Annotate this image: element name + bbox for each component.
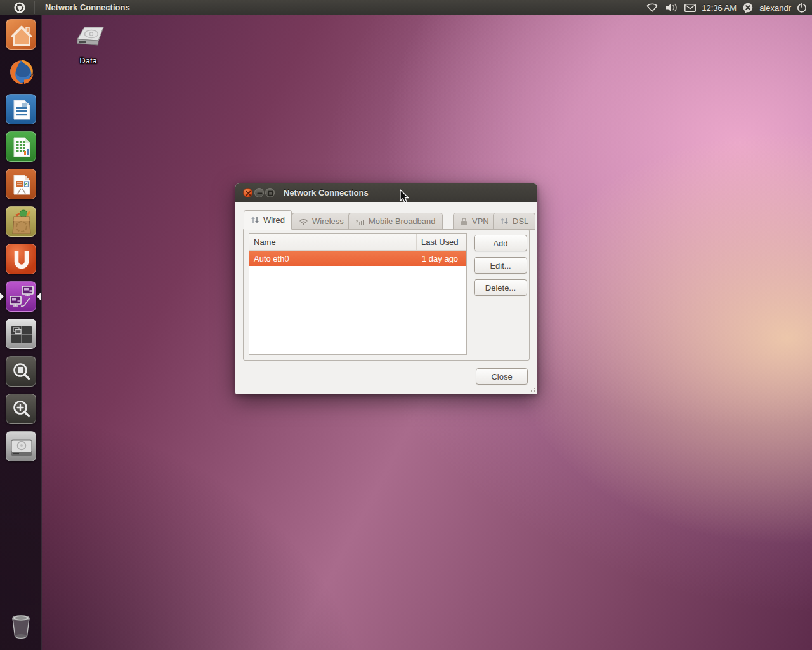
launcher-item-libreoffice-writer[interactable] (6, 94, 36, 124)
edit-button[interactable]: Edit... (474, 257, 527, 274)
power-icon[interactable] (797, 3, 807, 13)
launcher-item-ubuntu-one[interactable] (6, 244, 36, 274)
close-button[interactable]: Close (476, 368, 528, 385)
unity-launcher (0, 15, 42, 650)
writer-document-icon (6, 95, 37, 125)
tab-mobile-broadband-label: Mobile Broadband (369, 216, 436, 226)
column-header-last-used[interactable]: Last Used (417, 234, 466, 250)
impress-presentation-icon (6, 169, 37, 200)
maximize-window-button[interactable] (265, 188, 275, 197)
launcher-item-workspace-switcher[interactable] (6, 319, 36, 349)
launcher-item-software-center[interactable] (6, 206, 36, 237)
panel-separator (34, 1, 35, 14)
launcher-item-libreoffice-impress[interactable] (6, 169, 36, 199)
wired-tab-panel: Name Last Used Auto eth0 1 day ago Add E… (243, 229, 530, 361)
wifi-icon (299, 218, 308, 225)
hard-disk-icon (71, 23, 109, 52)
search-document-icon (6, 357, 37, 387)
tab-dsl-label: DSL (513, 216, 528, 226)
lock-icon (460, 217, 468, 226)
tab-vpn[interactable]: VPN (453, 213, 496, 230)
tab-mobile-broadband[interactable]: Mobile Broadband (348, 213, 443, 230)
focused-indicator-arrow (37, 293, 41, 300)
trash-icon (6, 611, 36, 641)
minimize-window-button[interactable] (254, 188, 264, 197)
calc-spreadsheet-icon (6, 132, 37, 162)
panel-username[interactable]: alexandr (759, 3, 791, 13)
shopping-bag-icon (6, 207, 37, 237)
firefox-icon (6, 56, 36, 87)
desktop-icon-data-volume[interactable]: Data (66, 23, 110, 65)
launcher-item-disk-utility[interactable] (6, 431, 36, 461)
signal-bars-icon (355, 218, 365, 225)
close-window-button[interactable] (243, 188, 252, 197)
ubuntu-logo-icon[interactable] (14, 2, 25, 13)
tab-wireless[interactable]: Wireless (292, 213, 351, 230)
two-displays-icon (6, 282, 37, 312)
column-header-name[interactable]: Name (249, 234, 417, 250)
mail-icon[interactable] (684, 4, 696, 12)
home-icon (6, 20, 37, 50)
launcher-item-search-files[interactable] (6, 356, 36, 387)
launcher-item-libreoffice-calc[interactable] (6, 131, 36, 162)
launcher-item-firefox[interactable] (6, 56, 36, 87)
tab-wired-label: Wired (263, 215, 285, 225)
indicator-area: 12:36 AM alexandr (645, 0, 807, 15)
tab-vpn-label: VPN (472, 216, 489, 226)
mouse-cursor (400, 189, 411, 204)
add-button[interactable]: Add (474, 235, 527, 251)
connection-name-cell: Auto eth0 (249, 251, 417, 266)
network-indicator-icon[interactable] (645, 3, 659, 13)
volume-icon[interactable] (665, 3, 679, 13)
hard-drive-icon (6, 432, 37, 462)
connection-last-used-cell: 1 day ago (417, 251, 466, 266)
workspace-grid-icon (6, 319, 37, 350)
tab-dsl[interactable]: DSL (493, 213, 535, 230)
ubuntu-one-u-icon (6, 244, 37, 275)
resize-grip[interactable] (529, 386, 535, 392)
desktop-icon-label: Data (66, 56, 110, 65)
table-header-row: Name Last Used (249, 234, 466, 251)
panel-app-title: Network Connections (45, 3, 130, 12)
panel-clock[interactable]: 12:36 AM (702, 3, 737, 13)
top-panel: Network Connections 12:36 AM (0, 0, 812, 15)
tab-wireless-label: Wireless (312, 216, 344, 226)
launcher-item-trash[interactable] (6, 611, 36, 641)
table-row-auto-eth0[interactable]: Auto eth0 1 day ago (249, 251, 466, 266)
dsl-arrows-icon (500, 217, 509, 225)
connections-table[interactable]: Name Last Used Auto eth0 1 day ago (249, 233, 467, 355)
user-status-icon[interactable] (742, 3, 754, 13)
zoom-plus-icon (6, 394, 37, 425)
window-titlebar[interactable]: Network Connections (235, 183, 537, 202)
launcher-item-home-folder[interactable] (6, 19, 36, 50)
launcher-item-zoom-magnifier[interactable] (6, 394, 36, 424)
wired-arrows-icon (251, 216, 259, 224)
tab-wired[interactable]: Wired (244, 210, 292, 230)
launcher-item-network-connections[interactable] (6, 281, 36, 312)
delete-button[interactable]: Delete... (474, 279, 527, 296)
window-title: Network Connections (284, 188, 369, 197)
network-connections-window: Network Connections Wired Wireless Mobil… (235, 183, 537, 394)
running-indicator-arrow (0, 293, 4, 300)
